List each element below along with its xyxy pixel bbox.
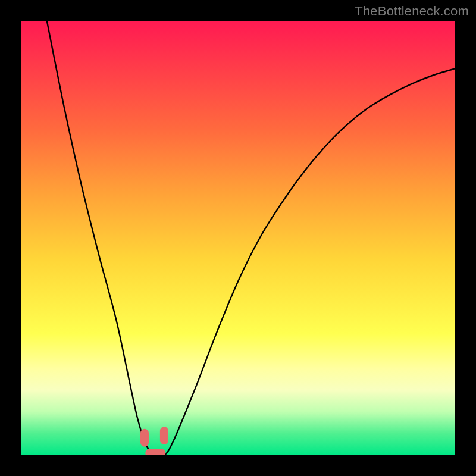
bottleneck-curve	[47, 21, 455, 455]
curve-layer	[21, 21, 455, 455]
chart-frame: TheBottleneck.com	[0, 0, 476, 476]
minimum-markers	[140, 427, 168, 455]
plot-area	[21, 21, 455, 455]
min-marker-base	[145, 449, 165, 455]
min-marker-right	[160, 427, 168, 444]
min-marker-left	[140, 429, 149, 447]
watermark-text: TheBottleneck.com	[355, 4, 469, 19]
